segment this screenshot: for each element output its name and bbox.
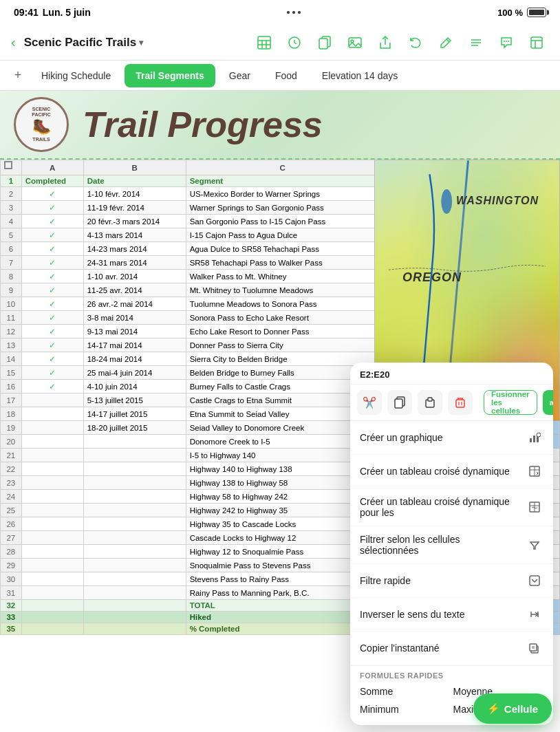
back-button[interactable]: ‹ bbox=[11, 34, 16, 50]
lightning-icon: ⚡ bbox=[487, 702, 500, 715]
tab-hiking-schedule[interactable]: Hiking Schedule bbox=[30, 64, 122, 87]
ctx-menu-label-6: Copier l'instantané bbox=[360, 643, 519, 654]
segment-cell-12: Echo Lake Resort to Donner Pass bbox=[186, 325, 379, 338]
merge-cells-button[interactable]: Fusionner les cellules bbox=[484, 390, 537, 415]
tab-food-label: Food bbox=[275, 70, 297, 81]
col-header-b[interactable]: B bbox=[83, 160, 186, 175]
format-icon-btn[interactable] bbox=[464, 30, 488, 55]
sheet-header: SCENIC PACIFIC 🥾 TRAILS Trail Progress bbox=[0, 91, 560, 160]
svg-rect-44 bbox=[530, 576, 539, 585]
date-cell-3: 11-19 févr. 2014 bbox=[83, 201, 186, 215]
date-cell-29 bbox=[83, 559, 186, 572]
check-cell-18 bbox=[21, 407, 83, 421]
status-time: 09:41 Lun. 5 juin bbox=[14, 7, 91, 18]
formulas-label: FORMULES RAPIDES bbox=[360, 671, 543, 680]
check-cell-13: ✓ bbox=[21, 338, 83, 352]
date-cell-13: 14-17 mai 2014 bbox=[83, 338, 186, 352]
cell-fab-label: Cellule bbox=[504, 703, 538, 715]
svg-rect-35 bbox=[533, 435, 535, 442]
svg-point-17 bbox=[506, 41, 507, 42]
context-menu-item-1[interactable]: Créer un tableau croisé dynamique bbox=[350, 455, 553, 488]
col-header-a[interactable]: A bbox=[21, 160, 83, 175]
context-menu-item-4[interactable]: Filtre rapide bbox=[350, 564, 553, 598]
ctx-menu-label-2: Créer un tableau croisé dynamique pour l… bbox=[360, 496, 519, 518]
ctx-menu-label-0: Créer un graphique bbox=[360, 432, 519, 443]
date-cell-21 bbox=[83, 449, 186, 462]
check-cell-30 bbox=[21, 572, 83, 586]
logo-line1: SCENIC bbox=[32, 107, 50, 112]
auto-fill-label: Remplir automatiquement les cellules bbox=[550, 388, 553, 418]
undo-icon-btn[interactable] bbox=[403, 30, 428, 55]
tab-hiking-schedule-label: Hiking Schedule bbox=[41, 70, 111, 81]
row-num-28: 28 bbox=[1, 545, 22, 559]
context-menu-list: Créer un graphique Créer un tableau croi… bbox=[350, 421, 553, 665]
context-menu-item-6[interactable]: Copier l'instantané bbox=[350, 632, 553, 665]
row-num-5: 5 bbox=[1, 228, 22, 242]
row-num-7: 7 bbox=[1, 256, 22, 270]
check-cell-20 bbox=[21, 435, 83, 449]
share-icon-btn[interactable] bbox=[373, 30, 398, 55]
ctx-menu-icon-2 bbox=[526, 498, 543, 516]
battery-fill bbox=[529, 10, 544, 15]
row-num-26: 26 bbox=[1, 517, 22, 531]
date-cell-24 bbox=[83, 490, 186, 504]
paste-button[interactable] bbox=[418, 390, 442, 415]
context-menu-item-3[interactable]: Filtrer selon les cellules sélectionnées bbox=[350, 526, 553, 564]
row-num-14: 14 bbox=[1, 352, 22, 366]
trail-logo: SCENIC PACIFIC 🥾 TRAILS bbox=[14, 97, 69, 152]
clock-icon-btn[interactable] bbox=[282, 30, 307, 55]
dot1 bbox=[287, 11, 290, 14]
copy-button[interactable] bbox=[387, 390, 412, 415]
tab-elevation[interactable]: Elevation 14 days bbox=[311, 64, 409, 87]
formula-sum[interactable]: Somme bbox=[360, 684, 451, 699]
svg-rect-27 bbox=[428, 398, 432, 401]
check-cell-16: ✓ bbox=[21, 380, 83, 394]
tab-food[interactable]: Food bbox=[264, 64, 308, 87]
segment-cell-9: Mt. Whitney to Tuolumne Meadows bbox=[186, 283, 379, 297]
row-num-24: 24 bbox=[1, 490, 22, 504]
row-num-27: 27 bbox=[1, 531, 22, 545]
row-num-29: 29 bbox=[1, 559, 22, 572]
image-icon-btn[interactable] bbox=[343, 30, 367, 55]
context-menu-item-2[interactable]: Créer un tableau croisé dynamique pour l… bbox=[350, 488, 553, 526]
table-icon-btn[interactable] bbox=[252, 30, 277, 55]
pen-icon-btn[interactable] bbox=[433, 30, 458, 55]
cell-fab-button[interactable]: ⚡ Cellule bbox=[473, 693, 552, 724]
col-header-c[interactable]: C bbox=[186, 160, 379, 175]
row-num-23: 23 bbox=[1, 476, 22, 490]
delete-button[interactable] bbox=[448, 390, 473, 415]
ctx-menu-label-3: Filtrer selon les cellules sélectionnées bbox=[360, 534, 519, 556]
copy-icon-btn[interactable] bbox=[312, 30, 337, 55]
svg-point-16 bbox=[504, 41, 505, 42]
segment-cell-11: Sonora Pass to Echo Lake Resort bbox=[186, 311, 379, 325]
auto-fill-button[interactable]: Remplir automatiquement les cellules bbox=[543, 390, 553, 415]
context-actions-row: ✂️ bbox=[350, 385, 553, 421]
context-menu-item-5[interactable]: Inverser le sens du texte bbox=[350, 598, 553, 632]
logo-line2: PACIFIC bbox=[32, 112, 50, 118]
svg-point-37 bbox=[537, 433, 541, 437]
ctx-menu-label-1: Créer un tableau croisé dynamique bbox=[360, 466, 519, 477]
header-segment: Segment bbox=[186, 175, 379, 187]
date-cell-25 bbox=[83, 504, 186, 517]
segment-cell-2: US-Mexico Border to Warner Springs bbox=[186, 187, 379, 201]
tab-trail-segments[interactable]: Trail Segments bbox=[125, 64, 215, 87]
check-cell-5: ✓ bbox=[21, 228, 83, 242]
comment-icon-btn[interactable] bbox=[494, 30, 519, 55]
formula-min[interactable]: Minimum bbox=[360, 702, 451, 717]
status-center bbox=[287, 11, 301, 14]
context-panel-header: E2:E20 bbox=[350, 363, 553, 385]
battery-icon bbox=[527, 8, 546, 17]
row-num-31: 31 bbox=[1, 586, 22, 600]
header-completed: Completed bbox=[21, 175, 83, 187]
sheet-icon-btn[interactable] bbox=[524, 30, 549, 55]
context-menu-item-0[interactable]: Créer un graphique bbox=[350, 421, 553, 455]
tab-gear[interactable]: Gear bbox=[218, 64, 261, 87]
row-num-16: 16 bbox=[1, 380, 22, 394]
row-num-9: 9 bbox=[1, 283, 22, 297]
row-num-10: 10 bbox=[1, 297, 22, 311]
row-num-11: 11 bbox=[1, 311, 22, 325]
segment-cell-7: SR58 Tehachapi Pass to Walker Pass bbox=[186, 256, 379, 270]
map-washington-label: WASHINGTON bbox=[456, 195, 539, 207]
add-tab-button[interactable]: + bbox=[8, 66, 28, 85]
scissors-button[interactable]: ✂️ bbox=[357, 390, 382, 415]
